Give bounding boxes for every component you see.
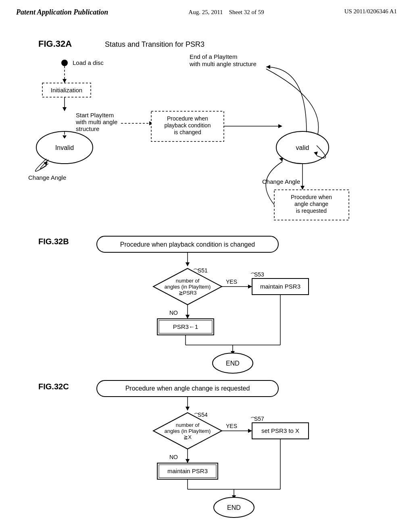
change-angle-left: Change Angle [28,174,66,181]
fig32a-label: FIG.32A [38,39,72,49]
svg-marker-31 [248,429,252,433]
patent-number: US 2011/0206346 A1 [344,8,397,15]
s53-label-text: maintain PSR3 [260,283,300,290]
fig32b-title: Procedure when playback condition is cha… [120,241,255,248]
publication-label: Patent Application Publication [16,8,108,17]
end-playitem-label: End of a PlayItem [190,53,237,60]
procedure-angle-label2: angle change [294,201,328,207]
s57-text: set PSR3 to X [261,427,299,434]
svg-marker-16 [266,65,270,69]
date-sheet: Aug. 25, 2011 Sheet 32 of 59 [188,8,264,17]
procedure-playback-label1: Procedure when [167,115,208,122]
s54-diamond-text3: ≧X [184,434,192,440]
with-multi-angle-label: with multi angle [75,118,117,125]
s54-diamond-text1: number of [176,422,200,428]
fig32b-end-text: END [226,360,240,367]
start-playitem-label: Start PlayItem [76,112,114,118]
fig32b-no: NO [169,310,178,316]
multi-angle-label: with multi angle structure [189,60,257,67]
svg-marker-18 [186,262,190,266]
fig32c-title: Procedure when angle change is requested [125,385,250,392]
main-diagram: FIG.32A Status and Transition for PSR3 L… [16,27,399,530]
s52-text: PSR3←1 [173,323,198,330]
valid-label: valid [296,144,309,151]
svg-marker-13 [300,186,305,190]
s54-diamond-text2: angles (in PlayItem) [165,428,211,434]
svg-marker-22 [186,315,190,319]
s51-diamond-text2: angles (in PlayItem) [165,284,211,290]
svg-marker-20 [248,285,252,289]
invalid-label: Invalid [55,144,74,151]
svg-marker-10 [278,124,282,128]
s55-text: maintain PSR3 [167,468,208,474]
fig32c-no: NO [169,454,178,460]
procedure-angle-label1: Procedure when [291,194,332,200]
s51-label: S51 [198,267,208,274]
fig32b-yes: YES [226,278,237,285]
sheet: Sheet 32 of 59 [229,9,264,15]
svg-marker-3 [63,107,67,111]
fig32c-label: FIG.32C [38,382,69,391]
header: Patent Application Publication Aug. 25, … [16,8,397,19]
fig32a-title: Status and Transition for PSR3 [105,40,204,48]
fig32c-end-text: END [227,504,241,511]
procedure-playback-label2: playback condition [164,122,211,129]
s51-diamond-text3: ≧PSR3 [179,290,197,296]
start-bullet [61,60,68,66]
change-angle-right: Change Angle [262,178,300,185]
page: Patent Application Publication Aug. 25, … [0,0,413,532]
structure-label: structure [76,125,99,132]
svg-marker-29 [186,407,190,411]
s51-diamond-text1: number of [176,278,200,284]
procedure-angle-label3: is requested [296,208,327,214]
fig32c-yes: YES [226,423,237,429]
svg-marker-1 [63,79,67,83]
load-disc-label: Load a disc [73,59,104,66]
initialization-label: Initialization [51,87,82,94]
svg-marker-15 [279,158,283,162]
procedure-playback-label3: is changed [174,129,201,135]
fig32b-label: FIG.32B [38,237,69,246]
date: Aug. 25, 2011 [188,9,223,15]
svg-marker-33 [186,459,190,463]
